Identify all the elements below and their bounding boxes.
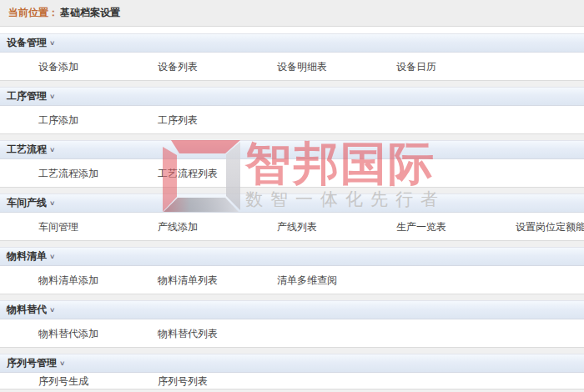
section-divider xyxy=(0,347,584,354)
section-items-row: 设备添加设备列表设备明细表设备日历 xyxy=(0,53,584,80)
menu-item-cell: 设置岗位定额能力 xyxy=(477,219,584,234)
chevron-down-icon: ∨ xyxy=(59,359,65,367)
section-header[interactable]: 物料清单 ∨ xyxy=(0,247,584,266)
menu-item-cell: 工序添加 xyxy=(0,112,119,128)
menu-link[interactable]: 设置岗位定额能力 xyxy=(516,221,584,233)
section-title: 车间产线 xyxy=(7,196,47,210)
section-items-row: 物料替代添加物料替代列表 xyxy=(0,319,584,347)
page: 当前位置： 基础档案设置 设备管理 ∨ 设备添加设备列表设备明细表设备日历 工序… xyxy=(0,0,584,392)
chevron-down-icon: ∨ xyxy=(49,93,55,100)
menu-link[interactable]: 产线列表 xyxy=(277,221,317,233)
menu-item-cell: 物料替代列表 xyxy=(119,325,239,341)
menu-link[interactable]: 设备日历 xyxy=(396,61,436,73)
section-divider xyxy=(0,294,584,300)
menu-item-cell: 产线添加 xyxy=(119,219,239,234)
chevron-down-icon: ∨ xyxy=(49,253,55,260)
menu-item-cell: 物料清单列表 xyxy=(119,272,239,288)
section-3: 车间产线 ∨ 车间管理产线添加产线列表生产一览表设置岗位定额能力 xyxy=(0,193,584,247)
section-items-row: 物料清单添加物料清单列表清单多维查阅 xyxy=(0,266,584,294)
section-divider xyxy=(0,80,584,87)
section-6: 序列号管理 ∨ 序列号生成序列号列表 xyxy=(0,354,584,392)
menu-link[interactable]: 工艺流程添加 xyxy=(38,168,98,179)
menu-link[interactable]: 车间管理 xyxy=(38,221,78,233)
section-items-row: 序列号生成序列号列表 xyxy=(0,373,584,389)
section-title: 设备管理 xyxy=(7,36,47,50)
menu-link[interactable]: 清单多维查阅 xyxy=(277,274,337,286)
menu-item-cell: 序列号生成 xyxy=(0,373,119,389)
menu-link[interactable]: 物料替代列表 xyxy=(158,328,218,339)
menu-link[interactable]: 生产一览表 xyxy=(396,221,446,233)
menu-item-cell: 设备日历 xyxy=(358,58,477,74)
section-title: 工序管理 xyxy=(7,89,47,103)
menu-item-cell: 生产一览表 xyxy=(358,219,477,234)
section-header[interactable]: 设备管理 ∨ xyxy=(0,33,584,53)
page-title: 基础档案设置 xyxy=(60,6,120,20)
menu-link[interactable]: 工序添加 xyxy=(38,114,78,126)
menu-item-cell: 工艺流程添加 xyxy=(0,165,119,181)
breadcrumb-label: 当前位置： xyxy=(8,6,58,20)
section-items-row: 工艺流程添加工艺流程列表 xyxy=(0,159,584,187)
chevron-down-icon: ∨ xyxy=(49,146,55,153)
menu-link[interactable]: 设备添加 xyxy=(38,61,78,73)
chevron-down-icon: ∨ xyxy=(49,306,55,314)
section-items-row: 车间管理产线添加产线列表生产一览表设置岗位定额能力 xyxy=(0,213,584,240)
chevron-down-icon: ∨ xyxy=(49,39,55,47)
breadcrumb: 当前位置： 基础档案设置 xyxy=(0,0,584,27)
section-divider xyxy=(0,133,584,140)
section-4: 物料清单 ∨ 物料清单添加物料清单列表清单多维查阅 xyxy=(0,247,584,300)
menu-item-cell: 物料清单添加 xyxy=(0,272,119,288)
menu-item-cell: 产线列表 xyxy=(239,219,358,234)
section-5: 物料替代 ∨ 物料替代添加物料替代列表 xyxy=(0,300,584,354)
section-header[interactable]: 车间产线 ∨ xyxy=(0,193,584,213)
menu-item-cell: 物料替代添加 xyxy=(0,325,119,341)
section-title: 序列号管理 xyxy=(7,356,57,370)
menu-item-cell: 序列号列表 xyxy=(119,373,239,389)
menu-link[interactable]: 物料清单添加 xyxy=(38,274,98,286)
section-title: 工艺流程 xyxy=(7,143,47,157)
menu-link[interactable]: 产线添加 xyxy=(158,221,198,233)
menu-link[interactable]: 物料清单列表 xyxy=(158,274,218,286)
menu-link[interactable]: 工序列表 xyxy=(158,114,198,126)
section-items-row: 工序添加工序列表 xyxy=(0,106,584,133)
section-title: 物料替代 xyxy=(7,303,47,317)
section-header[interactable]: 物料替代 ∨ xyxy=(0,300,584,319)
menu-item-cell: 设备列表 xyxy=(119,58,239,74)
menu-link[interactable]: 工艺流程列表 xyxy=(158,168,218,179)
section-title: 物料清单 xyxy=(7,249,47,264)
sections-container: 设备管理 ∨ 设备添加设备列表设备明细表设备日历 工序管理 ∨ 工序添加工序列表… xyxy=(0,33,584,392)
menu-link[interactable]: 设备明细表 xyxy=(277,61,327,73)
menu-item-cell: 车间管理 xyxy=(0,219,119,234)
menu-link[interactable]: 序列号生成 xyxy=(38,375,88,387)
section-0: 设备管理 ∨ 设备添加设备列表设备明细表设备日历 xyxy=(0,33,584,87)
menu-link[interactable]: 设备列表 xyxy=(158,61,198,73)
section-header[interactable]: 工序管理 ∨ xyxy=(0,87,584,106)
chevron-down-icon: ∨ xyxy=(49,199,55,207)
section-header[interactable]: 序列号管理 ∨ xyxy=(0,354,584,373)
section-2: 工艺流程 ∨ 工艺流程添加工艺流程列表 xyxy=(0,140,584,193)
section-divider xyxy=(0,240,584,247)
menu-item-cell: 工序列表 xyxy=(119,112,239,128)
section-header[interactable]: 工艺流程 ∨ xyxy=(0,140,584,159)
section-divider xyxy=(0,187,584,193)
menu-item-cell: 工艺流程列表 xyxy=(119,165,239,181)
section-divider xyxy=(0,389,584,392)
menu-link[interactable]: 序列号列表 xyxy=(158,375,208,387)
menu-item-cell: 设备明细表 xyxy=(239,58,358,74)
section-1: 工序管理 ∨ 工序添加工序列表 xyxy=(0,87,584,140)
menu-link[interactable]: 物料替代添加 xyxy=(38,328,98,339)
menu-item-cell: 设备添加 xyxy=(0,58,119,74)
menu-item-cell: 清单多维查阅 xyxy=(239,272,358,288)
spacer xyxy=(0,27,584,33)
